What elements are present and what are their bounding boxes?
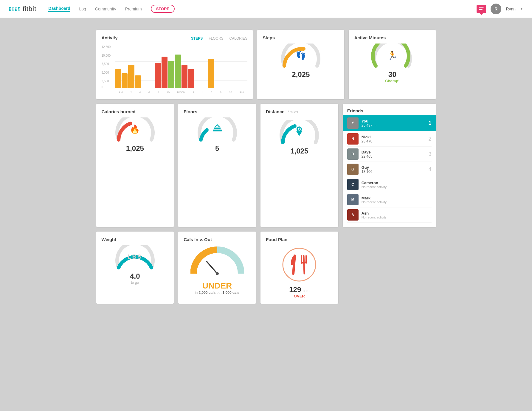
msg-line-1 bbox=[479, 7, 484, 8]
friend-item-1[interactable]: NNicki23,4782 bbox=[347, 131, 432, 147]
friend-item-6[interactable]: AAshNo recent activity bbox=[347, 207, 432, 223]
friend-item-2[interactable]: DDave22,4653 bbox=[347, 147, 432, 162]
food-plan-title: Food Plan bbox=[266, 237, 288, 242]
active-minutes-sublabel: Champ! bbox=[385, 79, 399, 83]
bar-0 bbox=[115, 69, 121, 88]
cals-in-label: in bbox=[195, 291, 199, 295]
logo-dot-1 bbox=[9, 7, 11, 9]
floors-title: Floors bbox=[184, 109, 197, 114]
store-button[interactable]: STORE bbox=[151, 5, 175, 13]
friend-name-0: You bbox=[362, 119, 426, 123]
x-label-4pm: 4 bbox=[202, 91, 203, 94]
friend-rank-3: 4 bbox=[428, 166, 431, 173]
friend-item-3[interactable]: GGuy18,1064 bbox=[347, 162, 432, 177]
messages-icon[interactable] bbox=[477, 5, 486, 13]
x-label-pm: PM bbox=[240, 91, 244, 94]
x-label-10: 10 bbox=[167, 91, 170, 94]
friend-avatar-4: C bbox=[347, 179, 359, 190]
logo-dot-3 bbox=[15, 7, 17, 9]
nav-community[interactable]: Community bbox=[95, 7, 116, 11]
calories-gauge-wrapper: 🔥 bbox=[114, 117, 156, 143]
friend-name-5: Mark bbox=[362, 196, 429, 200]
bar-7 bbox=[162, 57, 167, 88]
logo-dot-5 bbox=[9, 9, 11, 11]
friend-item-5[interactable]: MMarkNo recent activity bbox=[347, 192, 432, 207]
friend-info-5: MarkNo recent activity bbox=[362, 196, 429, 204]
friend-info-2: Dave22,465 bbox=[362, 150, 426, 159]
steps-card: Steps 👣 2,025 bbox=[257, 30, 344, 99]
x-label-8pm: 8 bbox=[220, 91, 221, 94]
logo-text: fitbit bbox=[23, 5, 36, 13]
friend-item-0[interactable]: YYou25,497 ···1 bbox=[343, 115, 436, 131]
tab-steps[interactable]: STEPS bbox=[191, 36, 203, 42]
floors-card: Floors 5 bbox=[178, 104, 256, 227]
friend-steps-3: 18,106 bbox=[362, 170, 426, 174]
logo-dot-2 bbox=[12, 7, 14, 9]
grid-line-5 bbox=[115, 90, 248, 90]
logo-dots bbox=[9, 7, 20, 11]
bars-container bbox=[115, 46, 248, 88]
friend-info-6: AshNo recent activity bbox=[362, 211, 429, 219]
main-content: Activity STEPS FLOORS CALORIES 12,500 10… bbox=[87, 24, 445, 314]
cals-detail: in 2,000 cals out 1,000 cals bbox=[184, 291, 251, 295]
chart-area: 12,500 10,000 7,500 5,000 2,500 0 AM 2 4 bbox=[102, 46, 248, 94]
friends-card: Friends YYou25,497 ···1NNicki23,4782DDav… bbox=[343, 104, 436, 227]
steps-title: Steps bbox=[263, 35, 275, 40]
nav-premium[interactable]: Premium bbox=[125, 7, 142, 11]
friend-rank-2: 3 bbox=[428, 151, 431, 157]
logo-dot-8 bbox=[18, 9, 20, 11]
food-plan-card: Food Plan 129 cals bbox=[260, 232, 338, 304]
friend-steps-5: No recent activity bbox=[362, 200, 429, 204]
distance-value: 1,025 bbox=[290, 147, 308, 155]
cals-in-out-title: Cals In v. Out bbox=[184, 237, 212, 242]
bar-6 bbox=[155, 63, 161, 88]
nav-links: Dashboard Log Community Premium STORE bbox=[48, 5, 477, 13]
tab-calories[interactable]: CALORIES bbox=[229, 36, 248, 42]
cals-in-value: 2,000 cals bbox=[199, 291, 216, 295]
activity-header: Activity STEPS FLOORS CALORIES bbox=[102, 35, 248, 43]
food-plan-status: OVER bbox=[294, 294, 305, 298]
user-dropdown-arrow[interactable]: ▼ bbox=[520, 7, 523, 10]
bar-14 bbox=[208, 59, 214, 88]
bar-1 bbox=[122, 73, 128, 88]
floors-icon bbox=[211, 123, 223, 134]
food-plan-value-row: 129 cals bbox=[289, 286, 309, 294]
distance-subtitle: / miles bbox=[288, 110, 298, 114]
logo-dot-6 bbox=[12, 9, 14, 11]
nav-dashboard[interactable]: Dashboard bbox=[48, 6, 70, 12]
friend-info-1: Nicki23,478 bbox=[362, 135, 426, 143]
weight-sublabel: to go bbox=[131, 280, 139, 285]
tab-floors[interactable]: FLOORS bbox=[209, 36, 223, 42]
weight-card: Weight LBS 4.0 to go bbox=[96, 232, 174, 304]
active-minutes-icon: 🏃 bbox=[387, 50, 398, 60]
weight-gauge-container: LBS 4.0 to go bbox=[102, 242, 169, 285]
cals-out-value: 1,000 cals bbox=[223, 291, 240, 295]
weight-title: Weight bbox=[102, 237, 117, 242]
nav-log[interactable]: Log bbox=[79, 7, 86, 11]
friend-steps-1: 23,478 bbox=[362, 139, 426, 143]
svg-rect-0 bbox=[213, 129, 222, 131]
friend-item-4[interactable]: CCameronNo recent activity bbox=[347, 177, 432, 192]
friend-name-6: Ash bbox=[362, 211, 429, 215]
steps-gauge-container: 👣 2,025 bbox=[263, 41, 339, 79]
logo: fitbit bbox=[9, 5, 36, 13]
friend-avatar-2: D bbox=[347, 148, 359, 160]
cals-status: UNDER bbox=[184, 281, 251, 291]
distance-title: Distance bbox=[266, 109, 285, 114]
food-plan-wrapper: 129 cals OVER bbox=[266, 242, 333, 298]
friend-avatar-0: Y bbox=[347, 117, 359, 129]
friend-name-1: Nicki bbox=[362, 135, 426, 139]
friends-title: Friends bbox=[347, 108, 363, 113]
food-plan-unit: cals bbox=[303, 289, 309, 293]
steps-gauge-wrapper: 👣 bbox=[280, 44, 322, 69]
activity-tabs: STEPS FLOORS CALORIES bbox=[191, 36, 247, 42]
floors-value: 5 bbox=[215, 144, 219, 153]
bar-2 bbox=[128, 65, 134, 88]
friend-name-3: Guy bbox=[362, 165, 426, 170]
svg-rect-1 bbox=[214, 127, 221, 129]
user-avatar[interactable]: R bbox=[491, 4, 501, 14]
distance-gauge-wrapper bbox=[278, 120, 320, 145]
food-plan-value: 129 bbox=[289, 286, 301, 294]
user-name-label[interactable]: Ryan bbox=[506, 7, 516, 11]
friend-name-2: Dave bbox=[362, 150, 426, 154]
